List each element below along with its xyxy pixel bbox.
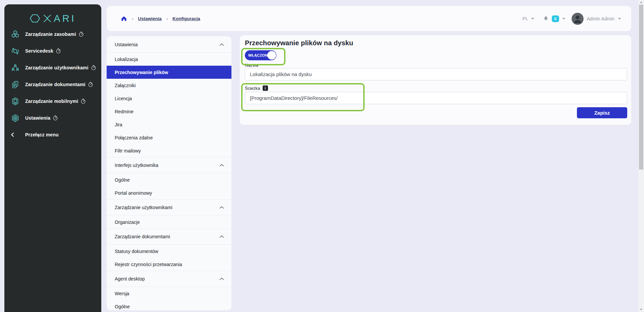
sidebar-item-label: Zarządzanie mobilnymi: [25, 99, 78, 104]
caret-down-icon: [562, 18, 566, 20]
user-menu[interactable]: Admin Admin: [572, 13, 621, 25]
documents-icon: [11, 80, 19, 89]
settings-nav-item-filtr-mailowy[interactable]: Filtr mailowy: [107, 144, 231, 157]
logo-x-mark: [42, 13, 52, 24]
section-header-label: Zarządzanie dokumentami: [115, 234, 170, 239]
settings-nav-section-zarzadzanie-dokumentami[interactable]: Zarządzanie dokumentami: [107, 229, 231, 245]
breadcrumb: ›Ustawienia›Konfiguracja: [121, 15, 200, 22]
section-header-label: Ustawienia: [115, 42, 138, 47]
settings-nav-item-wersja[interactable]: Wersja: [107, 287, 231, 300]
language-label: PL: [523, 16, 528, 21]
settings-nav-item-lokalizacja[interactable]: Lokalizacja: [107, 53, 231, 66]
home-icon[interactable]: [121, 15, 127, 22]
save-button[interactable]: Zapisz: [577, 107, 627, 118]
avatar: [572, 13, 584, 25]
collapse-menu-button[interactable]: Przełącz menu: [4, 126, 101, 143]
settings-nav-item-zalaczniki[interactable]: Załączniki: [107, 79, 231, 92]
gauge-icon: [80, 99, 86, 104]
toggle-knob: [267, 51, 276, 60]
settings-nav-section-interfejs-uzytkownika[interactable]: Interfejs użytkownika: [107, 157, 231, 173]
settings-nav-item-redmine[interactable]: Redmine: [107, 105, 231, 118]
sidebar-item-label: Ustawienia: [25, 115, 50, 121]
section-header-label: Agent desktop: [115, 276, 145, 282]
settings-nav-section-ustawienia[interactable]: Ustawienia: [107, 37, 231, 53]
info-icon[interactable]: i: [263, 85, 268, 91]
settings-nav-item-jira[interactable]: Jira: [107, 118, 231, 131]
settings-nav-item-statusy-dokumentow[interactable]: Statusy dokumentów: [107, 245, 231, 258]
scrollbar-up-arrow[interactable]: ▲: [638, 0, 644, 5]
chevron-up-icon: [219, 43, 224, 46]
settings-nav-item-przechowywanie-plikow[interactable]: Przechowywanie plików: [107, 66, 231, 79]
gauge-icon: [78, 32, 84, 37]
chevron-up-icon: [219, 277, 224, 280]
settings-nav-item-licencja[interactable]: Licencja: [107, 92, 231, 105]
page-title: Przechowywanie plików na dysku: [245, 39, 353, 47]
name-label: Nazwa: [245, 63, 258, 68]
sidebar-item-zarzadzanie-uzytkownikami[interactable]: Zarządzanie użytkownikami: [4, 59, 101, 76]
caret-down-icon: [531, 18, 534, 20]
sidebar-item-label: Zarządzanie zasobami: [25, 32, 76, 37]
name-label-text: Nazwa: [245, 63, 258, 68]
chevron-up-icon: [219, 206, 224, 209]
path-label-text: Ścieżka: [245, 86, 260, 91]
bell-icon: [543, 16, 549, 21]
chevron-left-icon: [10, 132, 16, 138]
gauge-icon: [88, 82, 93, 87]
gauge-icon: [56, 48, 61, 54]
logo-hexagon-o: [30, 13, 40, 24]
mobile-icon: [11, 97, 19, 106]
app-sidebar: ARI Zarządzanie zasobamiServicedeskZarzą…: [4, 4, 101, 312]
sidebar-item-ustawienia[interactable]: Ustawienia: [4, 110, 101, 126]
sidebar-item-zarzadzanie-mobilnymi[interactable]: Zarządzanie mobilnymi: [4, 93, 101, 110]
logo-text: ARI: [54, 13, 76, 24]
sidebar-item-label: Zarządzanie dokumentami: [25, 82, 86, 87]
settings-nav-item-portal-anonimowy[interactable]: Portal anonimowy: [107, 186, 231, 199]
settings-nav-item-organizacje[interactable]: Organizacje: [107, 215, 231, 229]
sidebar-item-label: Zarządzanie użytkownikami: [25, 65, 89, 70]
sidebar-item-label: Servicedesk: [25, 48, 53, 54]
path-label: Ścieżka i: [245, 85, 268, 91]
caret-down-icon: [618, 18, 621, 20]
scrollbar-thumb[interactable]: [639, 5, 643, 170]
sidebar-item-zarzadzanie-zasobami[interactable]: Zarządzanie zasobami: [4, 26, 101, 43]
settings-nav-item-polaczenia-zdalne[interactable]: Połączenia zdalne: [107, 131, 231, 144]
settings-nav-item-ogolne[interactable]: Ogólne: [107, 173, 231, 186]
settings-icon: [11, 114, 19, 122]
name-input[interactable]: [245, 68, 627, 80]
chevron-up-icon: [219, 235, 224, 238]
oxari-logo: ARI: [4, 12, 101, 25]
breadcrumb-separator: ›: [132, 16, 133, 21]
chevron-up-icon: [219, 164, 224, 167]
content-card: Przechowywanie plików na dysku WŁĄCZONY …: [240, 35, 631, 125]
sidebar-item-zarzadzanie-dokumentami[interactable]: Zarządzanie dokumentami: [4, 76, 101, 93]
users-icon: [11, 64, 19, 72]
collapse-menu-label: Przełącz menu: [25, 132, 59, 137]
user-name: Admin Admin: [587, 16, 614, 21]
notification-count-badge: 0: [552, 15, 559, 22]
section-header-label: Zarządzanie użytkownikami: [115, 205, 172, 210]
section-header-label: Interfejs użytkownika: [115, 163, 158, 168]
servicedesk-icon: [11, 47, 19, 55]
vertical-scrollbar: ▲ ▼: [638, 0, 644, 312]
enabled-toggle[interactable]: WŁĄCZONY: [245, 50, 276, 60]
notifications-button[interactable]: 0: [543, 15, 566, 22]
language-selector[interactable]: PL: [523, 16, 534, 21]
gauge-icon: [91, 65, 96, 70]
settings-nav-section-agent-desktop[interactable]: Agent desktop: [107, 271, 231, 287]
breadcrumb-link-ustawienia[interactable]: Ustawienia: [138, 16, 162, 21]
path-input[interactable]: [245, 92, 627, 104]
breadcrumb-link-konfiguracja[interactable]: Konfiguracja: [172, 16, 200, 21]
settings-nav-section-zarzadzanie-uzytkownikami[interactable]: Zarządzanie użytkownikami: [107, 199, 231, 215]
settings-nav-item-ogolne[interactable]: Ogólne: [107, 300, 231, 310]
breadcrumb-separator: ›: [166, 16, 168, 21]
gauge-icon: [53, 115, 58, 121]
scrollbar-down-arrow[interactable]: ▼: [638, 307, 644, 312]
settings-nav: UstawieniaLokalizacjaPrzechowywanie plik…: [107, 36, 231, 310]
assets-icon: [11, 30, 19, 39]
sidebar-item-servicedesk[interactable]: Servicedesk: [4, 43, 101, 59]
top-header: ›Ustawienia›Konfiguracja PL 0 Admin Admi…: [107, 6, 631, 31]
header-right: PL 0 Admin Admin: [523, 13, 621, 25]
settings-nav-item-rejestr-czynnosci-przetwarzania[interactable]: Rejestr czynności przetwarzania: [107, 258, 231, 271]
